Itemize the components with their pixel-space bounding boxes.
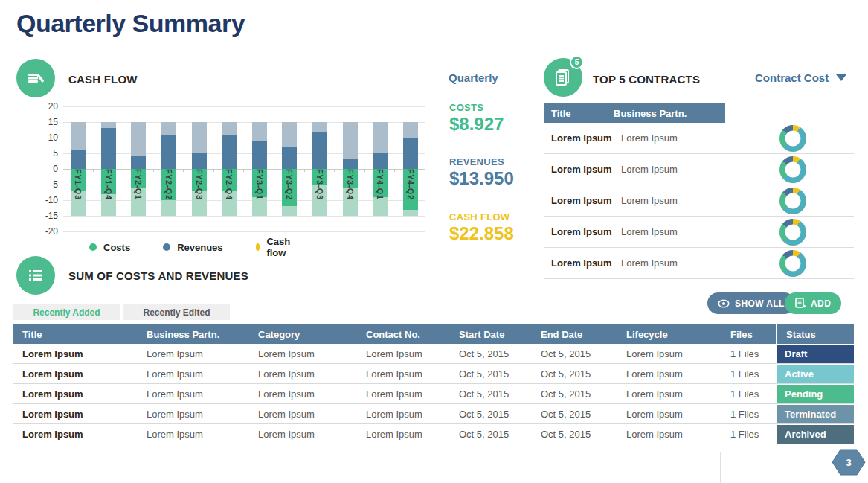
legend-item: Costs	[89, 236, 130, 258]
contract-cost-dropdown-label: Contract Cost	[755, 71, 829, 84]
y-axis-tick-label: -15	[31, 211, 58, 221]
add-button[interactable]: ADD	[785, 292, 841, 314]
revenue-segment	[252, 141, 267, 169]
metric-label: COSTS	[449, 102, 504, 113]
cell-title: Lorem Ipsum	[13, 368, 138, 380]
column-header: Title	[13, 329, 138, 340]
tab-recently-added[interactable]: Recently Added	[13, 304, 120, 320]
page-number: 3	[832, 449, 866, 476]
cell-end-date: Oct 5, 2015	[532, 429, 617, 440]
tab-recently-edited-label: Recently Edited	[143, 307, 210, 318]
contract-partner: Lorem Ipsum	[621, 195, 779, 206]
column-header: End Date	[532, 329, 617, 340]
chart-gridline	[63, 216, 425, 217]
chart-gridline	[63, 200, 425, 201]
cost-cap-segment	[192, 191, 207, 216]
cost-segment	[101, 169, 116, 194]
sum-table: TitleBusiness Partn.CategoryContact No.S…	[13, 324, 854, 444]
tab-recently-edited[interactable]: Recently Edited	[123, 304, 230, 320]
tab-recently-added-label: Recently Added	[33, 307, 100, 318]
documents-icon	[552, 66, 574, 89]
revenue-segment	[222, 135, 237, 169]
legend-label: Costs	[103, 242, 130, 253]
contracts-table-body: Lorem Ipsum Lorem Ipsum Lorem Ipsum Lore…	[544, 123, 854, 279]
contract-partner: Lorem Ipsum	[621, 258, 779, 269]
y-axis-tick-label: -5	[31, 179, 58, 190]
status-badge: Pending	[776, 385, 854, 403]
cell-contact-no: Lorem Ipsum	[357, 368, 450, 380]
column-header: Contact No.	[357, 329, 450, 340]
cell-contact-no: Lorem Ipsum	[357, 388, 450, 400]
cost-cap-segment	[222, 191, 237, 216]
show-all-button[interactable]: SHOW ALL	[707, 292, 795, 314]
cell-end-date: Oct 5, 2015	[532, 388, 617, 400]
status-badge: Active	[776, 365, 854, 383]
cell-start-date: Oct 5, 2015	[450, 348, 532, 359]
top-contracts-heading: TOP 5 CONTRACTS	[593, 73, 700, 86]
y-axis-tick-label: 20	[31, 101, 58, 112]
table-row[interactable]: Lorem Ipsum Lorem Ipsum Lorem Ipsum Lore…	[13, 344, 854, 364]
status-badge: Terminated	[776, 405, 854, 423]
cell-category: Lorem Ipsum	[249, 388, 357, 400]
cost-cap-segment	[403, 210, 418, 216]
contract-cost-dropdown[interactable]: Contract Cost	[755, 71, 846, 84]
contract-row[interactable]: Lorem Ipsum Lorem Ipsum	[544, 123, 854, 154]
contract-row[interactable]: Lorem Ipsum Lorem Ipsum	[544, 217, 854, 248]
chevron-down-icon	[836, 74, 846, 81]
status-badge: Draft	[776, 345, 854, 363]
revenue-cap-segment	[71, 122, 86, 150]
y-axis-tick-label: 10	[31, 132, 58, 143]
legend-label: Revenues	[177, 242, 222, 253]
table-row[interactable]: Lorem Ipsum Lorem Ipsum Lorem Ipsum Lore…	[13, 424, 854, 444]
contract-cost-donut-chart	[779, 156, 806, 183]
column-header: Status	[776, 324, 854, 344]
contract-title: Lorem Ipsum	[551, 258, 621, 269]
table-row[interactable]: Lorem Ipsum Lorem Ipsum Lorem Ipsum Lore…	[13, 384, 854, 404]
column-header: Start Date	[450, 329, 532, 340]
contract-title: Lorem Ipsum	[551, 195, 621, 206]
cell-start-date: Oct 5, 2015	[450, 429, 532, 440]
y-axis-tick-label: 0	[31, 164, 58, 174]
cell-contact-no: Lorem Ipsum	[357, 409, 450, 420]
footer-divider	[720, 452, 721, 483]
cell-title: Lorem Ipsum	[13, 348, 138, 359]
chart-gridline	[63, 106, 425, 107]
column-header: Files	[721, 329, 776, 340]
revenue-cap-segment	[131, 122, 146, 156]
chart-gridline	[63, 138, 425, 138]
cell-end-date: Oct 5, 2015	[532, 409, 617, 420]
cell-business-partner: Lorem Ipsum	[138, 368, 249, 380]
metric-block: COSTS $8.927	[449, 102, 504, 135]
contract-cost-donut-chart	[779, 125, 806, 152]
revenue-cap-segment	[312, 122, 327, 132]
cell-category: Lorem Ipsum	[249, 409, 357, 420]
contract-title: Lorem Ipsum	[551, 164, 621, 175]
cell-lifecycle: Lorem Ipsum	[617, 388, 721, 400]
contract-row[interactable]: Lorem Ipsum Lorem Ipsum	[544, 185, 854, 217]
revenue-cap-segment	[282, 122, 297, 147]
contract-title: Lorem Ipsum	[551, 132, 621, 144]
cost-segment	[192, 169, 207, 191]
cell-start-date: Oct 5, 2015	[450, 368, 532, 380]
cost-segment	[373, 169, 388, 197]
legend-item: Revenues	[163, 236, 222, 258]
contracts-col-title: Title	[544, 108, 614, 119]
column-header: Lifecycle	[617, 329, 721, 340]
table-row[interactable]: Lorem Ipsum Lorem Ipsum Lorem Ipsum Lore…	[13, 404, 854, 424]
cell-files: 1 Files	[721, 388, 776, 400]
cost-segment	[71, 169, 86, 191]
page-number-badge[interactable]: 3	[832, 449, 866, 476]
revenue-cap-segment	[222, 122, 237, 135]
revenue-segment	[161, 135, 176, 169]
revenue-segment	[192, 153, 207, 169]
chart-gridline	[63, 122, 425, 123]
contract-row[interactable]: Lorem Ipsum Lorem Ipsum	[544, 154, 854, 185]
legend-color-dot	[256, 243, 260, 251]
y-axis-tick-label: -20	[31, 226, 58, 237]
contract-row[interactable]: Lorem Ipsum Lorem Ipsum	[544, 248, 854, 279]
cell-business-partner: Lorem Ipsum	[138, 348, 249, 359]
table-row[interactable]: Lorem Ipsum Lorem Ipsum Lorem Ipsum Lore…	[13, 364, 854, 384]
cell-end-date: Oct 5, 2015	[532, 368, 617, 380]
contract-cost-donut-chart	[779, 219, 806, 246]
revenue-segment	[373, 153, 388, 169]
